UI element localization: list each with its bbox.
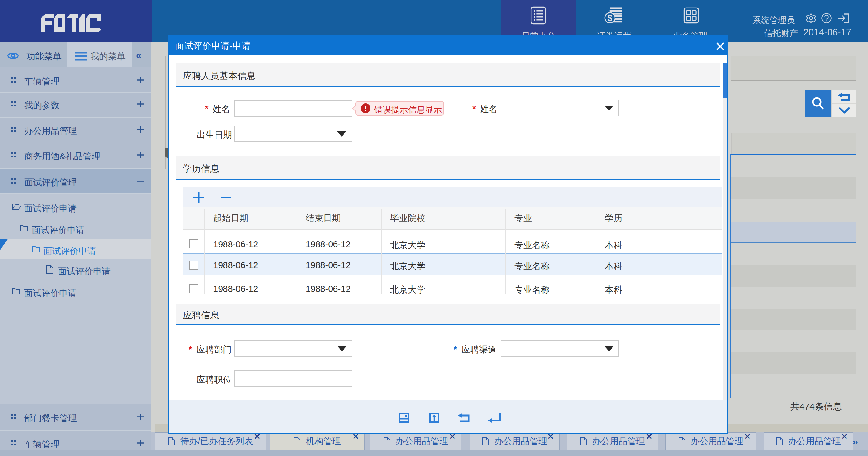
svg-text:$: $ xyxy=(608,13,613,23)
